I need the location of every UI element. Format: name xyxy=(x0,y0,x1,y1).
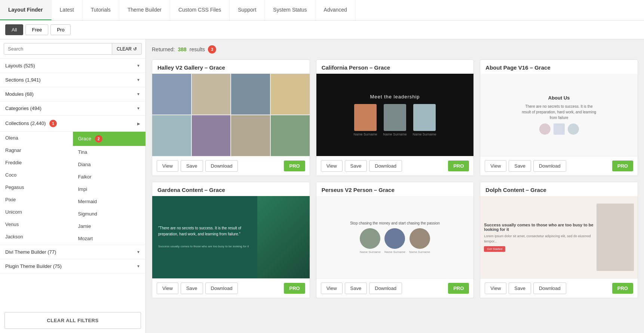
collections-right-col: Grace 2 Tina Diana Falkor Impi Mermaid S… xyxy=(73,132,146,245)
halley-cell-2 xyxy=(192,74,231,114)
search-input[interactable] xyxy=(4,43,112,55)
download-button-gardena[interactable]: Download xyxy=(205,282,238,294)
nav-support[interactable]: Support xyxy=(230,0,265,20)
halley-cell-3 xyxy=(231,74,270,114)
filter-collections-label: Collections (2,440) 1 xyxy=(5,120,57,127)
download-button-about[interactable]: Download xyxy=(533,160,566,172)
filter-modules-label: Modules (68) xyxy=(5,91,34,97)
filter-sections-label: Sections (1,941) xyxy=(5,77,41,83)
collection-falkor[interactable]: Falkor xyxy=(73,171,146,183)
card-halley: Halley V2 Gallery – Grace View Save Down… xyxy=(152,59,310,176)
save-button-gardena[interactable]: Save xyxy=(181,282,203,294)
collection-diana[interactable]: Diana xyxy=(73,158,146,171)
filter-layouts-label: Layouts (525) xyxy=(5,63,35,68)
collection-olena[interactable]: Olena xyxy=(0,132,73,144)
collection-mermaid[interactable]: Mermaid xyxy=(73,195,146,208)
tab-all[interactable]: All xyxy=(5,24,23,35)
top-nav: Layout Finder Latest Tutorials Theme Bui… xyxy=(0,0,644,21)
collection-unicorn[interactable]: Unicorn xyxy=(0,206,73,218)
nav-system-status[interactable]: System Status xyxy=(265,0,315,20)
nav-layout-finder[interactable]: Layout Finder xyxy=(0,0,52,20)
filter-modules-header[interactable]: Modules (68) ▼ xyxy=(0,87,145,101)
california-heading: Meet the leadership xyxy=(370,94,420,100)
tab-pro[interactable]: Pro xyxy=(50,24,71,35)
filter-layouts-header[interactable]: Layouts (525) ▼ xyxy=(0,59,145,73)
collection-pegasus[interactable]: Pegasus xyxy=(0,181,73,193)
chevron-down-icon: ▼ xyxy=(137,64,140,68)
filter-plugin-theme-header[interactable]: Plugin Theme Builder (75) ▼ xyxy=(0,259,145,273)
results-badge: 3 xyxy=(208,45,216,54)
about-deco-1 xyxy=(539,123,551,135)
filter-collections: Collections (2,440) 1 ▶ Olena Ragnar Fre… xyxy=(0,116,145,245)
collections-left-col: Olena Ragnar Freddie Coco Pegasus Pixie … xyxy=(0,132,73,245)
about-deco-3 xyxy=(568,123,579,135)
download-button-dolph[interactable]: Download xyxy=(533,282,566,294)
download-button-perseus[interactable]: Download xyxy=(369,282,402,294)
cards-grid: Halley V2 Gallery – Grace View Save Down… xyxy=(152,59,638,298)
view-button-halley[interactable]: View xyxy=(157,160,178,172)
download-button-halley[interactable]: Download xyxy=(205,160,238,172)
view-button-perseus[interactable]: View xyxy=(321,282,343,294)
filter-categories-header[interactable]: Categories (494) ▼ xyxy=(0,101,145,115)
collection-mozart[interactable]: Mozart xyxy=(73,232,146,245)
collection-grace[interactable]: Grace 2 xyxy=(73,132,146,146)
filter-sections-header[interactable]: Sections (1,941) ▼ xyxy=(0,73,145,87)
collection-coco[interactable]: Coco xyxy=(0,169,73,181)
filter-categories: Categories (494) ▼ xyxy=(0,101,145,116)
collection-ragnar[interactable]: Ragnar xyxy=(0,144,73,156)
collection-venus[interactable]: Venus xyxy=(0,218,73,230)
card-gardena-image: "There are no secrets to success. It is … xyxy=(152,196,310,278)
clear-search-button[interactable]: CLEAR ↺ xyxy=(112,43,142,55)
search-row: CLEAR ↺ xyxy=(0,39,145,59)
view-button-gardena[interactable]: View xyxy=(157,282,178,294)
main-layout: CLEAR ↺ Layouts (525) ▼ Sections (1,941)… xyxy=(0,39,644,333)
cal-name-2: Name Surname xyxy=(383,132,407,136)
main-content: Returned: 388 results 3 Halley V2 Galler… xyxy=(146,39,644,333)
clear-all-filters-button[interactable]: CLEAR ALL FILTERS xyxy=(4,312,141,329)
cal-name-1: Name Surname xyxy=(353,132,377,136)
collection-jamie[interactable]: Jamie xyxy=(73,220,146,232)
card-perseus: Perseus V2 Person – Grace Stop chasing t… xyxy=(316,182,474,298)
filter-sections: Sections (1,941) ▼ xyxy=(0,73,145,87)
about-heading: About Us xyxy=(548,95,570,101)
save-button-about[interactable]: Save xyxy=(509,160,531,172)
card-gardena: Gardena Content – Grace "There are no se… xyxy=(152,182,310,298)
nav-custom-css[interactable]: Custom CSS Files xyxy=(170,0,230,20)
collection-impi[interactable]: Impi xyxy=(73,183,146,195)
filter-plugin-label: Plugin Theme Builder (75) xyxy=(5,263,62,269)
results-count: 388 xyxy=(178,46,186,52)
nav-advanced[interactable]: Advanced xyxy=(316,0,356,20)
save-button-halley[interactable]: Save xyxy=(181,160,203,172)
nav-latest[interactable]: Latest xyxy=(52,0,83,20)
view-button-california[interactable]: View xyxy=(321,160,343,172)
view-button-about[interactable]: View xyxy=(485,160,506,172)
nav-tutorials[interactable]: Tutorials xyxy=(83,0,119,20)
collection-pixie[interactable]: Pixie xyxy=(0,193,73,206)
filter-divi-theme-header[interactable]: Divi Theme Builder (77) ▼ xyxy=(0,245,145,259)
perseus-persons: Name Surname Name Surname Name Surname xyxy=(360,228,430,254)
about-decorations xyxy=(539,123,579,135)
pro-badge-california: PRO xyxy=(448,161,469,171)
download-button-california[interactable]: Download xyxy=(369,160,402,172)
view-button-dolph[interactable]: View xyxy=(485,282,506,294)
card-california-title: California Person – Grace xyxy=(316,60,474,74)
about-deco-2 xyxy=(553,123,565,135)
collection-freddie[interactable]: Freddie xyxy=(0,156,73,169)
filter-collections-header[interactable]: Collections (2,440) 1 ▶ xyxy=(0,116,145,131)
tab-free[interactable]: Free xyxy=(25,24,48,35)
collection-jackson[interactable]: Jackson xyxy=(0,230,73,243)
save-button-dolph[interactable]: Save xyxy=(509,282,531,294)
save-button-perseus[interactable]: Save xyxy=(345,282,367,294)
card-gardena-title: Gardena Content – Grace xyxy=(152,182,310,196)
perseus-avatar-1 xyxy=(360,228,380,249)
halley-cell-4 xyxy=(271,74,310,114)
collection-sigmund[interactable]: Sigmund xyxy=(73,208,146,220)
gardena-text: "There are no secrets to success. It is … xyxy=(152,219,257,255)
collection-tina[interactable]: Tina xyxy=(73,146,146,158)
save-button-california[interactable]: Save xyxy=(345,160,367,172)
card-halley-title: Halley V2 Gallery – Grace xyxy=(152,60,310,74)
pro-badge-perseus: PRO xyxy=(448,283,469,294)
perseus-person-2: Name Surname xyxy=(384,228,405,254)
perseus-avatar-2 xyxy=(384,228,405,249)
nav-theme-builder[interactable]: Theme Builder xyxy=(119,0,170,20)
